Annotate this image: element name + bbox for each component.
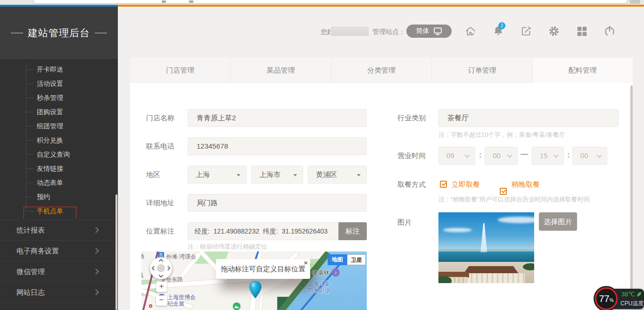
zoom-in-button[interactable]: + <box>156 282 167 292</box>
language-label: 简体 <box>416 27 429 35</box>
lat-label: 纬度: <box>263 227 278 235</box>
music-icon: ♪ <box>332 268 339 276</box>
end-hour-select[interactable]: 15 <box>532 147 564 165</box>
map-label-partial: 场 <box>141 252 144 260</box>
sidebar-item-groupbuy[interactable]: 团购设置 <box>0 105 70 119</box>
tab-ingredient-mgmt[interactable]: 配料管理 <box>532 58 633 83</box>
sidebar: 开卡即送 活动设置 秒杀管理 团购设置 组团管理 积分兑换 自定义查询 友情链接… <box>0 7 118 310</box>
pickup-now-label[interactable]: 立即取餐 <box>452 180 480 189</box>
time-dash: — <box>520 150 528 159</box>
tab-category-mgmt[interactable]: 分类管理 <box>331 58 431 83</box>
address-input[interactable]: 局门路 <box>188 194 367 212</box>
phone-label: 联系电话 <box>146 142 174 151</box>
map-pin[interactable] <box>249 281 262 301</box>
photo-facade <box>467 273 525 283</box>
sidebar-section-wechat[interactable]: 微信管理 <box>0 261 118 282</box>
end-minute-select[interactable]: 00 <box>572 147 607 165</box>
sidebar-section-label: 网站日志 <box>17 288 45 296</box>
sidebar-item-card-gift[interactable]: 开卡即送 <box>0 62 70 76</box>
browser-toolbar-icon[interactable] <box>162 0 166 3</box>
tab-order-mgmt[interactable]: 订单管理 <box>431 58 532 83</box>
time-colon: : <box>567 151 570 159</box>
pan-right-arrow-icon[interactable] <box>166 266 171 271</box>
park-photo-icon <box>233 302 240 310</box>
logout-button[interactable] <box>603 25 616 37</box>
pan-left-arrow-icon[interactable] <box>152 266 157 271</box>
percent-sign: % <box>610 298 614 303</box>
caret-down-icon <box>293 174 297 176</box>
phone-input[interactable]: 12345678 <box>188 137 367 155</box>
sidebar-item-activity[interactable]: 活动设置 <box>0 76 70 91</box>
store-name-input[interactable]: 青青原上草2 <box>188 109 367 127</box>
sidebar-item-custom-query[interactable]: 自定义查询 <box>0 147 70 161</box>
start-minute-value: 00 <box>493 151 501 159</box>
pickup-label: 取餐方式 <box>397 180 426 189</box>
gear-icon <box>548 25 560 37</box>
map-type-satellite-button[interactable]: 卫星 <box>347 254 366 265</box>
system-monitor-widget[interactable]: 38℃ CPU温度 77% <box>595 287 644 310</box>
image-label: 图片 <box>397 218 412 227</box>
start-minute-select[interactable]: 00 <box>485 147 518 165</box>
apps-button[interactable] <box>576 25 588 37</box>
pan-center-dot[interactable] <box>157 264 165 272</box>
browser-toolbar-icon[interactable] <box>189 0 193 3</box>
map-pan-control[interactable] <box>150 257 172 279</box>
map-label-partial: 栈 <box>141 271 143 279</box>
content-scrollbar[interactable] <box>630 85 633 307</box>
province-select[interactable]: 上海 <box>188 166 247 184</box>
tab-dish-mgmt[interactable]: 菜品管理 <box>230 58 330 83</box>
accent-bar-orange <box>118 5 644 7</box>
map-label-bund: 外滩·湾璞会 <box>166 253 196 261</box>
hours-label: 营业时间 <box>397 151 426 160</box>
pan-up-arrow-icon[interactable] <box>159 259 164 264</box>
sidebar-section-stats[interactable]: 统计报表 <box>0 219 118 240</box>
industry-input[interactable]: 茶餐厅 <box>438 109 619 127</box>
store-photo <box>438 212 534 283</box>
sidebar-item-booking[interactable]: 预约 <box>0 190 70 204</box>
sidebar-section-ecommerce[interactable]: 电子商务设置 <box>0 240 118 261</box>
tab-store-mgmt[interactable]: 门店管理 <box>130 58 230 83</box>
store-name-label: 门店名称 <box>146 114 174 123</box>
city-value: 上海市 <box>259 170 281 178</box>
brand-dash-right <box>95 33 107 34</box>
chevron-down-icon <box>596 152 602 158</box>
sidebar-item-dynamic-form[interactable]: 动态表单 <box>0 176 70 190</box>
sidebar-section-logs[interactable]: 网站日志 <box>0 282 118 302</box>
username-redacted <box>331 26 369 36</box>
map-label-theater: 艺术剧场 <box>307 287 330 295</box>
photo-cloud <box>443 228 472 232</box>
pickup-later-label[interactable]: 稍晚取餐 <box>512 180 540 189</box>
industry-note: 注：字数不超过10个字，例：美食/粤菜/茶餐厅 <box>438 131 565 139</box>
settings-button[interactable] <box>548 25 560 37</box>
close-icon[interactable]: × <box>304 259 308 267</box>
chevron-down-icon <box>464 152 470 158</box>
sidebar-item-links[interactable]: 友情链接 <box>0 161 70 176</box>
chevron-down-icon <box>553 152 558 158</box>
sidebar-section-label: 微信管理 <box>17 268 45 276</box>
browser-address-bar[interactable] <box>33 0 628 4</box>
location-note: 注：根据经纬度进行精确定位 <box>188 243 267 251</box>
district-select[interactable]: 黄浦区 <box>308 166 367 184</box>
sidebar-item-points[interactable]: 积分兑换 <box>0 133 70 147</box>
compose-button[interactable] <box>520 25 532 37</box>
language-switch-button[interactable]: 简体 <box>406 25 452 38</box>
city-select[interactable]: 上海市 <box>251 166 303 184</box>
pickup-now-checkbox[interactable] <box>440 181 447 188</box>
zoom-out-button[interactable]: − <box>156 295 167 306</box>
mark-location-button[interactable]: 标注 <box>339 222 367 240</box>
pan-down-arrow-icon[interactable] <box>159 273 164 278</box>
start-hour-select[interactable]: 09 <box>438 147 475 165</box>
edit-icon <box>520 25 532 37</box>
pickup-later-checkbox[interactable] <box>500 188 507 195</box>
sidebar-scrollbar[interactable] <box>116 194 117 310</box>
chevron-right-icon <box>93 248 99 254</box>
map-widget[interactable]: 场 栈 外滩·湾璞会 龙华东路 上海世博会 纪念展 上海儿童 艺术剧场 健康林 … <box>141 251 367 310</box>
sidebar-item-seckill[interactable]: 秒杀管理 <box>0 91 70 105</box>
sidebar-item-groupmgmt[interactable]: 组团管理 <box>0 119 70 133</box>
map-type-map-button[interactable]: 地图 <box>328 254 347 265</box>
location-label: 位置标注 <box>146 227 174 236</box>
home-button[interactable] <box>464 25 477 37</box>
sidebar-brand: 建站管理后台 <box>0 7 118 59</box>
choose-image-button[interactable]: 选择图片 <box>539 212 577 231</box>
location-input[interactable]: 经度: 121.490882232 纬度: 31.1952626403 <box>188 222 339 240</box>
